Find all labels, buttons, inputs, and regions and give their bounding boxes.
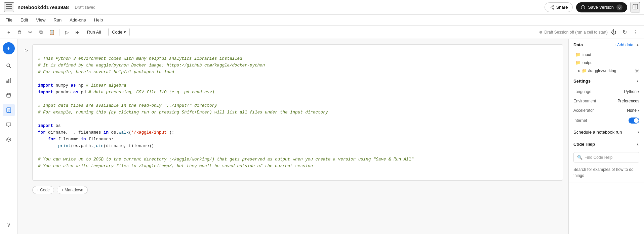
code-comment-3: # For example, here's several helpful pa… xyxy=(38,70,174,75)
cell-container: ▷ # This Python 3 environment comes with… xyxy=(23,44,563,181)
session-dot xyxy=(539,31,542,34)
sidebar-competitions-button[interactable] xyxy=(3,75,15,87)
menu-view[interactable]: View xyxy=(35,17,47,23)
settings-chevron: ▲ xyxy=(636,79,639,83)
code-comment-6: # You can write up to 20GB to the curren… xyxy=(38,157,414,162)
run-all-button[interactable]: Run All xyxy=(84,28,104,36)
data-item-input[interactable]: 📁 input xyxy=(569,51,644,59)
menu-addons[interactable]: Add-ons xyxy=(68,17,87,23)
session-status: Draft Session off (run a cell to start) xyxy=(539,30,608,35)
environment-label: Environment xyxy=(573,99,596,103)
accelerator-dropdown[interactable]: None ▾ xyxy=(627,108,639,113)
right-panel-collapse-button[interactable] xyxy=(631,2,640,12)
data-section-actions: + Add data ▲ xyxy=(614,43,639,47)
code-comment-5: # For example, running this (by clicking… xyxy=(38,110,328,115)
sidebar-bottom: ∨ xyxy=(3,219,15,234)
code-line-import-os: import os xyxy=(38,124,61,128)
session-status-text: Draft Session off (run a cell to start) xyxy=(544,30,608,35)
kaggle-settings-icon xyxy=(635,68,639,73)
input-label: input xyxy=(582,52,591,57)
add-code-cell-button[interactable]: + Code xyxy=(32,186,54,194)
cut-button[interactable]: ✂ xyxy=(26,28,35,37)
delete-cell-button[interactable] xyxy=(15,28,24,37)
notebook-area: ▷ # This Python 3 environment comes with… xyxy=(17,39,568,234)
schedule-title: Schedule a notebook run xyxy=(573,130,622,135)
share-label: Share xyxy=(556,5,568,10)
accelerator-arrow: ▾ xyxy=(638,109,639,112)
toolbar-divider-1 xyxy=(59,29,59,36)
refresh-button[interactable]: ↻ xyxy=(620,28,629,37)
sidebar-expand-button[interactable]: ∨ xyxy=(3,219,15,231)
language-arrow: ▾ xyxy=(638,90,639,93)
cell-run-button[interactable]: ▷ xyxy=(23,47,30,54)
menu-help[interactable]: Help xyxy=(93,17,105,23)
language-value: Python xyxy=(624,89,637,94)
run-cell-button[interactable]: ▷ xyxy=(62,28,72,37)
internet-row: Internet xyxy=(569,115,644,126)
data-item-kaggle-working[interactable]: ▶ 📁 /kaggle/working xyxy=(569,67,644,75)
svg-point-5 xyxy=(550,7,551,8)
find-code-help-input[interactable]: 🔍 Find Code Help xyxy=(573,152,639,162)
code-line-import-np: import numpy as np # linear algebra xyxy=(38,83,126,88)
fast-forward-button[interactable]: ⏭ xyxy=(73,28,82,37)
menu-file[interactable]: File xyxy=(4,17,14,23)
paste-button[interactable]: 📋 xyxy=(47,28,56,37)
draft-status: Draft saved xyxy=(75,5,95,10)
sidebar-notebooks-button[interactable] xyxy=(3,104,15,116)
add-cell-toolbar-button[interactable]: + xyxy=(4,28,13,37)
svg-point-22 xyxy=(636,70,638,72)
sidebar-datasets-button[interactable] xyxy=(3,89,15,101)
svg-rect-15 xyxy=(8,79,9,83)
save-version-button[interactable]: Save Version 0 xyxy=(576,2,627,12)
svg-line-7 xyxy=(551,7,553,8)
svg-rect-16 xyxy=(10,78,11,83)
cell-type-dropdown[interactable]: Code ▾ xyxy=(108,28,130,36)
language-label: Language xyxy=(573,89,591,94)
data-section-header[interactable]: Data + Add data ▲ xyxy=(569,39,644,51)
add-data-button[interactable]: + Add data xyxy=(614,43,633,47)
svg-rect-1 xyxy=(6,6,12,7)
run-all-label: Run All xyxy=(87,30,101,35)
share-button[interactable]: Share xyxy=(545,2,573,12)
more-options-button[interactable]: ⋮ xyxy=(631,28,640,37)
data-section: Data + Add data ▲ 📁 input 📁 output ▶ 📁 /… xyxy=(569,39,644,75)
settings-section-title: Settings xyxy=(573,79,591,84)
code-line-for-inner: for filename in filenames: xyxy=(38,137,114,142)
accelerator-value: None xyxy=(627,108,637,113)
menu-toggle-button[interactable] xyxy=(4,2,14,12)
sidebar-learn-button[interactable] xyxy=(3,134,15,146)
code-cell[interactable]: # This Python 3 environment comes with m… xyxy=(32,44,563,181)
menu-edit[interactable]: Edit xyxy=(19,17,29,23)
svg-rect-2 xyxy=(6,8,12,9)
data-item-output[interactable]: 📁 output xyxy=(569,59,644,67)
svg-rect-11 xyxy=(18,31,21,34)
internet-toggle[interactable] xyxy=(629,118,639,124)
language-dropdown[interactable]: Python ▾ xyxy=(624,89,639,94)
add-markdown-cell-button[interactable]: + Markdown xyxy=(57,186,88,194)
language-row: Language Python ▾ xyxy=(569,87,644,96)
input-folder-icon: 📁 xyxy=(575,52,580,57)
environment-preferences-button[interactable]: Preferences xyxy=(617,99,639,103)
accelerator-label: Accelerator xyxy=(573,108,594,113)
kaggle-expand-arrow: ▶ xyxy=(578,69,580,73)
schedule-section-header[interactable]: Schedule a notebook run ▾ xyxy=(569,126,644,138)
sidebar-discussions-button[interactable] xyxy=(3,119,15,131)
sidebar-search-button[interactable] xyxy=(3,60,15,72)
code-comment-7: # You can also write temporary files to … xyxy=(38,164,313,169)
power-button[interactable]: ⏻ xyxy=(609,28,618,37)
internet-label: Internet xyxy=(573,118,587,123)
settings-section: Settings ▲ Language Python ▾ Environment… xyxy=(569,75,644,126)
code-help-description: Search for examples of how to do things xyxy=(569,165,644,183)
find-code-help-text: Find Code Help xyxy=(585,155,612,160)
add-code-label: + Code xyxy=(37,188,50,192)
right-panel: Data + Add data ▲ 📁 input 📁 output ▶ 📁 /… xyxy=(568,39,644,234)
output-folder-icon: 📁 xyxy=(575,60,580,65)
new-notebook-button[interactable]: + xyxy=(3,42,15,54)
code-help-header[interactable]: Code Help ▲ xyxy=(569,138,644,150)
settings-section-header[interactable]: Settings ▲ xyxy=(569,75,644,87)
svg-rect-9 xyxy=(633,4,638,9)
output-label: output xyxy=(582,60,594,65)
copy-button[interactable]: ⧉ xyxy=(36,28,46,37)
menu-run[interactable]: Run xyxy=(52,17,63,23)
code-help-title: Code Help xyxy=(573,142,595,147)
